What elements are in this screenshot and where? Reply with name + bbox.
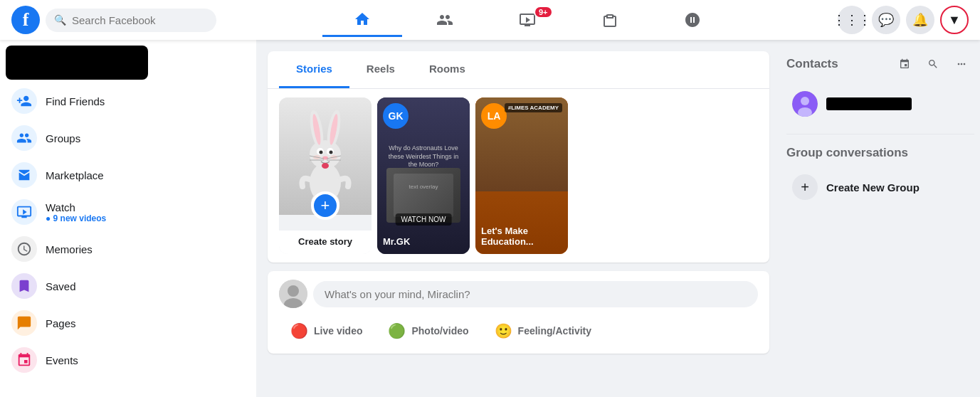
watch-label-group: Watch ● 9 new videos xyxy=(46,201,106,223)
post-top xyxy=(279,280,758,308)
dropdown-button[interactable]: ▼ xyxy=(940,6,969,34)
create-story-bottom: Create story xyxy=(279,231,372,254)
notifications-button[interactable]: 🔔 xyxy=(906,6,934,34)
right-sidebar: Contacts Group conversations + xyxy=(781,40,980,397)
svg-point-9 xyxy=(330,151,333,154)
create-new-group-button[interactable]: + Create New Group xyxy=(786,169,974,206)
education-badge: #LIMES ACADEMY xyxy=(505,103,562,112)
saved-label: Saved xyxy=(46,280,76,292)
mr-gk-avatar: GK xyxy=(383,103,409,129)
sidebar-item-find-friends[interactable]: Find Friends xyxy=(6,83,251,120)
create-story-plus-btn[interactable]: + xyxy=(311,191,339,220)
sidebar-item-events[interactable]: Events xyxy=(6,342,251,379)
feeling-action[interactable]: 🙂 Feeling/Activity xyxy=(483,317,603,345)
groups-label: Groups xyxy=(46,132,80,144)
facebook-logo[interactable]: f xyxy=(11,6,40,34)
sidebar-item-memories[interactable]: Memories xyxy=(6,231,251,268)
post-box: 🔴 Live video 🟢 Photo/video 🙂 Feeling/Act… xyxy=(268,271,769,354)
create-story-card[interactable]: + Create story xyxy=(279,97,372,254)
create-story-label: Create story xyxy=(285,236,366,247)
find-friends-label: Find Friends xyxy=(46,95,105,107)
watch-badge: 9+ xyxy=(534,6,553,18)
apps-button[interactable]: ⋮⋮⋮ xyxy=(838,6,866,34)
education-avatar: LA xyxy=(481,103,507,129)
search-icon: 🔍 xyxy=(54,14,66,26)
sidebar-item-saved[interactable]: Saved xyxy=(6,268,251,305)
photo-video-label: Photo/video xyxy=(411,325,468,337)
watch-label: Watch xyxy=(46,201,106,213)
create-group-label: Create New Group xyxy=(826,181,920,194)
sidebar-item-groups[interactable]: Groups xyxy=(6,120,251,157)
post-avatar xyxy=(279,280,307,308)
new-room-button[interactable] xyxy=(892,51,917,77)
pages-label: Pages xyxy=(46,317,76,329)
contact-avatar xyxy=(792,91,818,117)
marketplace-icon xyxy=(11,162,37,188)
contacts-header: Contacts xyxy=(786,51,974,77)
watch-now-btn[interactable]: WATCH NOW xyxy=(396,213,452,226)
svg-point-8 xyxy=(320,151,323,154)
stories-card: Stories Reels Rooms xyxy=(268,51,769,263)
contacts-title: Contacts xyxy=(786,57,838,71)
saved-icon xyxy=(11,273,37,299)
post-input[interactable] xyxy=(313,281,758,307)
post-actions: 🔴 Live video 🟢 Photo/video 🙂 Feeling/Act… xyxy=(279,317,758,345)
story-education[interactable]: LA #LIMES ACADEMY Let's Make Education..… xyxy=(475,97,568,254)
events-icon xyxy=(11,347,37,373)
create-group-icon: + xyxy=(792,174,818,200)
more-contacts-button[interactable] xyxy=(949,51,974,77)
nav-center: 9+ xyxy=(222,3,832,37)
watch-new-videos: ● 9 new videos xyxy=(46,213,106,223)
sidebar-item-marketplace[interactable]: Marketplace xyxy=(6,157,251,194)
tab-reels[interactable]: Reels xyxy=(349,51,412,88)
memories-label: Memories xyxy=(46,243,93,255)
photo-video-action[interactable]: 🟢 Photo/video xyxy=(376,317,480,345)
sidebar-item-pages[interactable]: Pages xyxy=(6,305,251,342)
svg-point-10 xyxy=(322,157,328,160)
nav-right: ⋮⋮⋮ 💬 🔔 ▼ xyxy=(838,6,969,34)
nav-friends[interactable] xyxy=(405,3,485,37)
live-video-label: Live video xyxy=(314,325,362,337)
nav-groups[interactable] xyxy=(653,3,732,37)
live-video-action[interactable]: 🔴 Live video xyxy=(279,317,374,345)
feeling-icon: 🙂 xyxy=(495,322,512,339)
watch-icon xyxy=(11,199,37,225)
svg-point-21 xyxy=(288,285,299,297)
messenger-button[interactable]: 💬 xyxy=(872,6,900,34)
events-label: Events xyxy=(46,354,78,366)
contact-item[interactable] xyxy=(786,85,974,122)
stories-tabs: Stories Reels Rooms xyxy=(268,51,769,89)
photo-video-icon: 🟢 xyxy=(388,322,406,339)
nav-marketplace[interactable] xyxy=(570,3,650,37)
contacts-actions xyxy=(892,51,974,77)
main-content: Stories Reels Rooms xyxy=(256,40,781,397)
search-bar[interactable]: 🔍 xyxy=(46,9,216,32)
story-mr-gk[interactable]: Why do Astronauts Love these Weirdest Th… xyxy=(377,97,470,254)
marketplace-label: Marketplace xyxy=(46,169,104,181)
tab-stories[interactable]: Stories xyxy=(279,51,349,88)
feeling-label: Feeling/Activity xyxy=(518,325,591,337)
top-nav: f 🔍 9+ ⋮⋮⋮ 💬 🔔 ▼ xyxy=(0,0,980,40)
search-contacts-button[interactable] xyxy=(920,51,946,77)
fb-logo-letter: f xyxy=(23,9,29,31)
group-conversations-title: Group conversations xyxy=(786,146,974,160)
left-sidebar: Find Friends Groups Marketplace Watch ● … xyxy=(0,40,256,397)
svg-point-11 xyxy=(322,163,329,169)
nav-watch[interactable]: 9+ xyxy=(488,3,567,37)
main-layout: Find Friends Groups Marketplace Watch ● … xyxy=(0,40,980,397)
stories-list: + Create story Why do xyxy=(268,89,769,263)
nav-home[interactable] xyxy=(322,3,402,37)
pages-icon xyxy=(11,310,37,336)
groups-icon xyxy=(11,125,37,151)
divider xyxy=(786,134,974,134)
live-video-icon: 🔴 xyxy=(290,322,308,339)
mr-gk-name: Mr.GK xyxy=(383,236,464,247)
contact-name-redacted xyxy=(826,97,912,110)
sidebar-item-watch[interactable]: Watch ● 9 new videos xyxy=(6,194,251,231)
search-input[interactable] xyxy=(72,14,208,26)
user-profile-block[interactable] xyxy=(6,46,148,80)
tab-rooms[interactable]: Rooms xyxy=(412,51,483,88)
svg-point-24 xyxy=(801,97,809,105)
find-friends-icon xyxy=(11,88,37,114)
education-label: Let's Make Education... xyxy=(481,226,562,247)
